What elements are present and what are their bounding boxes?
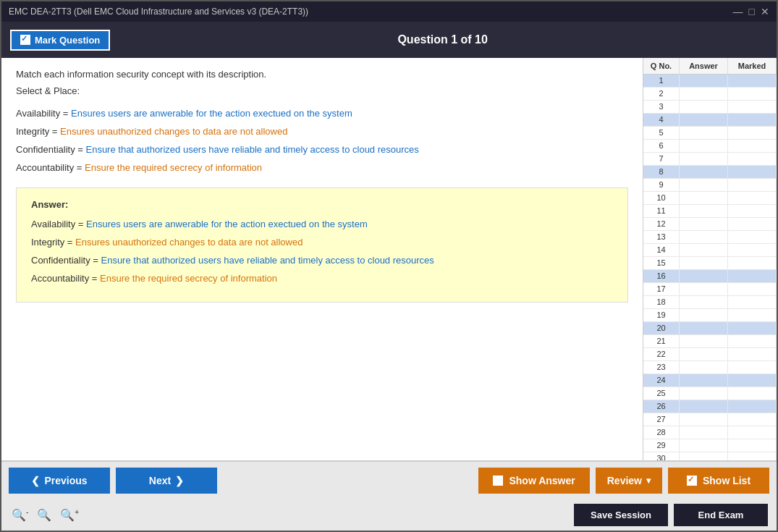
- review-label: Review: [607, 475, 642, 486]
- item4-label: Accountability =: [16, 162, 85, 173]
- minimize-icon[interactable]: —: [733, 6, 743, 17]
- main-content: Match each information security concept …: [1, 58, 777, 460]
- previous-label: Previous: [44, 475, 87, 486]
- question-instruction: Match each information security concept …: [16, 69, 628, 80]
- sidebar-row-1[interactable]: 1: [643, 75, 777, 88]
- question-item-2: Integrity = Ensures unauthorized changes…: [16, 126, 628, 137]
- sidebar-header: Q No. Answer Marked: [643, 58, 777, 75]
- item1-label: Availability =: [16, 108, 71, 119]
- sidebar-row-12[interactable]: 12: [643, 218, 777, 231]
- item2-text: Ensures unauthorized changes to data are…: [60, 126, 287, 137]
- sidebar-row-15[interactable]: 15: [643, 257, 777, 270]
- show-list-label: Show List: [703, 475, 750, 486]
- bottom-buttons: Previous Next Show Answer Review Show Li…: [1, 461, 777, 499]
- sidebar-row-17[interactable]: 17: [643, 283, 777, 296]
- show-answer-button[interactable]: Show Answer: [478, 468, 589, 494]
- previous-button[interactable]: Previous: [9, 468, 110, 494]
- ans3-label: Confidentiality =: [31, 255, 101, 266]
- question-list-sidebar: Q No. Answer Marked 1 2 3 4 5 6 7 8 9 10…: [643, 58, 777, 460]
- sidebar-row-24[interactable]: 24: [643, 374, 777, 387]
- sidebar-row-19[interactable]: 19: [643, 309, 777, 322]
- next-button[interactable]: Next: [116, 468, 217, 494]
- sidebar-answer-header: Answer: [680, 58, 728, 74]
- zoom-bar: 🔍- 🔍 🔍+ Save Session End Exam: [1, 499, 777, 531]
- sidebar-list[interactable]: 1 2 3 4 5 6 7 8 9 10 11 12 13 14 15 16 1…: [643, 75, 777, 460]
- ans1-label: Availability =: [31, 219, 86, 229]
- item4-text: Ensure the required secrecy of informati…: [85, 162, 262, 173]
- save-session-button[interactable]: Save Session: [574, 504, 668, 526]
- answer-item-2: Integrity = Ensures unauthorized changes…: [31, 237, 613, 248]
- sidebar-row-7[interactable]: 7: [643, 153, 777, 166]
- maximize-icon[interactable]: □: [749, 6, 755, 17]
- mark-question-checkbox-icon: [20, 35, 30, 45]
- sidebar-row-20[interactable]: 20: [643, 322, 777, 335]
- sidebar-row-9[interactable]: 9: [643, 179, 777, 192]
- review-button[interactable]: Review: [596, 468, 662, 494]
- question-item-3: Confidentiality = Ensure that authorized…: [16, 144, 628, 155]
- sidebar-row-25[interactable]: 25: [643, 387, 777, 400]
- window-title: EMC DEA-2TT3 (Dell EMC Cloud Infrastruct…: [9, 7, 308, 17]
- ans1-text: Ensures users are anwerable for the acti…: [86, 219, 368, 229]
- sidebar-row-27[interactable]: 27: [643, 413, 777, 426]
- close-icon[interactable]: ✕: [761, 6, 769, 17]
- ans3-text: Ensure that authorized users have reliab…: [101, 255, 434, 266]
- answer-box: Answer: Availability = Ensures users are…: [16, 187, 628, 303]
- sidebar-row-3[interactable]: 3: [643, 101, 777, 114]
- sidebar-row-26[interactable]: 26: [643, 400, 777, 413]
- sidebar-row-2[interactable]: 2: [643, 88, 777, 101]
- bottom-bar: Previous Next Show Answer Review Show Li…: [1, 460, 777, 531]
- sidebar-row-23[interactable]: 23: [643, 361, 777, 374]
- answer-item-1: Availability = Ensures users are anwerab…: [31, 219, 613, 229]
- answer-item-3: Confidentiality = Ensure that authorized…: [31, 255, 613, 266]
- sidebar-row-13[interactable]: 13: [643, 231, 777, 244]
- show-list-button[interactable]: Show List: [668, 468, 769, 494]
- next-label: Next: [149, 475, 171, 486]
- sidebar-row-10[interactable]: 10: [643, 192, 777, 205]
- zoom-reset-button[interactable]: 🔍: [35, 507, 53, 523]
- answer-item-4: Accountability = Ensure the required sec…: [31, 273, 613, 284]
- zoom-in-button[interactable]: 🔍+: [59, 507, 80, 523]
- sidebar-marked-header: Marked: [728, 58, 777, 74]
- sidebar-row-8[interactable]: 8: [643, 166, 777, 179]
- sidebar-row-28[interactable]: 28: [643, 426, 777, 439]
- sidebar-row-14[interactable]: 14: [643, 244, 777, 257]
- sidebar-row-30[interactable]: 30: [643, 452, 777, 460]
- sidebar-row-6[interactable]: 6: [643, 140, 777, 153]
- ans4-text: Ensure the required secrecy of informati…: [100, 273, 277, 284]
- question-area: Match each information security concept …: [1, 58, 643, 460]
- sidebar-row-16[interactable]: 16: [643, 270, 777, 283]
- item2-label: Integrity =: [16, 126, 60, 137]
- item3-label: Confidentiality =: [16, 144, 85, 155]
- toolbar: Mark Question Question 1 of 10: [1, 22, 777, 58]
- sidebar-row-21[interactable]: 21: [643, 335, 777, 348]
- title-bar: EMC DEA-2TT3 (Dell EMC Cloud Infrastruct…: [1, 1, 777, 22]
- sidebar-row-5[interactable]: 5: [643, 127, 777, 140]
- question-item-4: Accountability = Ensure the required sec…: [16, 162, 628, 173]
- select-place-label: Select & Place:: [16, 85, 628, 96]
- item3-text: Ensure that authorized users have reliab…: [85, 144, 418, 155]
- sidebar-row-18[interactable]: 18: [643, 296, 777, 309]
- ans4-label: Accountability =: [31, 273, 100, 284]
- sidebar-row-4[interactable]: 4: [643, 114, 777, 127]
- ans2-text: Ensures unauthorized changes to data are…: [75, 237, 303, 248]
- question-title: Question 1 of 10: [117, 33, 768, 46]
- sidebar-row-29[interactable]: 29: [643, 439, 777, 452]
- zoom-out-button[interactable]: 🔍-: [10, 507, 30, 523]
- save-end-buttons: Save Session End Exam: [574, 504, 768, 526]
- sidebar-row-11[interactable]: 11: [643, 205, 777, 218]
- mark-question-button[interactable]: Mark Question: [10, 30, 110, 51]
- sidebar-row-22[interactable]: 22: [643, 348, 777, 361]
- question-item-1: Availability = Ensures users are anwerab…: [16, 108, 628, 119]
- item1-text: Ensures users are anwerable for the acti…: [71, 108, 352, 119]
- show-list-checkbox-icon: [687, 476, 697, 486]
- window-controls: — □ ✕: [733, 6, 769, 17]
- mark-question-label: Mark Question: [35, 35, 100, 46]
- answer-box-title: Answer:: [31, 199, 613, 210]
- sidebar-qno-header: Q No.: [643, 58, 680, 74]
- end-exam-button[interactable]: End Exam: [674, 504, 768, 526]
- ans2-label: Integrity =: [31, 237, 75, 248]
- show-answer-label: Show Answer: [509, 475, 575, 486]
- show-answer-checkbox-icon: [493, 476, 503, 486]
